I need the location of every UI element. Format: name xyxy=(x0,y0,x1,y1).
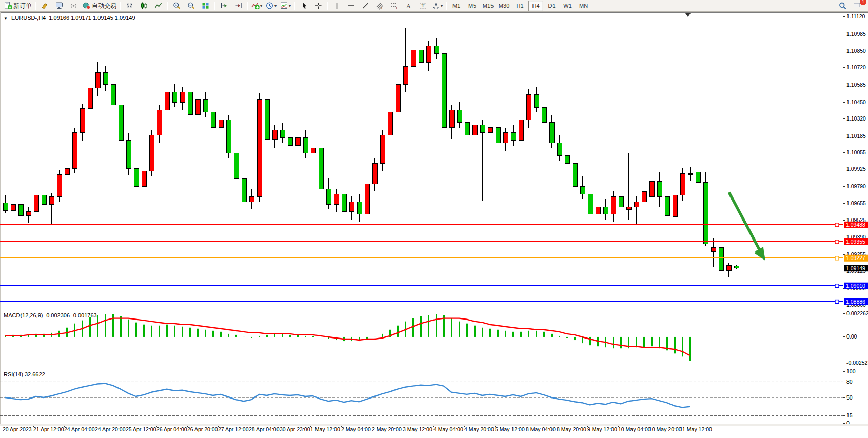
macd-bar xyxy=(105,314,106,336)
candle-body xyxy=(534,94,539,107)
text-button[interactable]: A xyxy=(401,0,416,12)
candle-body xyxy=(596,207,600,214)
fibo-button[interactable]: F xyxy=(387,0,401,12)
candle-body xyxy=(311,148,315,153)
macd-bar xyxy=(112,314,114,336)
chart-window[interactable]: 1.111201.109851.108501.107201.105851.104… xyxy=(0,12,868,438)
ohlc-values: 1.09166 1.09171 1.09145 1.09149 xyxy=(49,15,135,21)
candle-body xyxy=(211,112,215,128)
macd-bar xyxy=(382,334,383,337)
vline-button[interactable] xyxy=(329,0,344,12)
macd-bar xyxy=(120,316,122,337)
timeframe-button-w1[interactable]: W1 xyxy=(560,1,575,11)
candle-body xyxy=(549,123,554,143)
macd-bar xyxy=(374,337,376,337)
macd-bar xyxy=(659,337,660,348)
collapse-triangle-icon[interactable]: ▼ xyxy=(4,16,8,21)
macd-bar xyxy=(228,334,229,337)
search-icon xyxy=(838,2,847,10)
search-button[interactable] xyxy=(835,0,850,12)
hline-button[interactable] xyxy=(344,0,358,12)
signal-button[interactable] xyxy=(66,0,81,12)
candle-body xyxy=(365,184,369,214)
chart-shift-button[interactable] xyxy=(231,0,245,12)
timeframe-button-m5[interactable]: M5 xyxy=(465,1,480,11)
macd-bar xyxy=(174,326,175,337)
linechart-icon xyxy=(154,2,163,10)
timeframe-button-m30[interactable]: M30 xyxy=(497,1,511,11)
timeframe-button-h1[interactable]: H1 xyxy=(512,1,527,11)
macd-bar xyxy=(305,336,306,337)
notifications-button[interactable]: 1 xyxy=(850,0,864,12)
new-order-button[interactable]: 新订单 xyxy=(2,0,33,12)
zoom-in-button[interactable] xyxy=(169,0,184,12)
notification-badge: 1 xyxy=(860,0,866,5)
svg-text:1.09149: 1.09149 xyxy=(846,265,865,271)
candle-body xyxy=(242,178,246,202)
timeframe-button-m15[interactable]: M15 xyxy=(481,1,496,11)
candle-body xyxy=(165,92,169,110)
date-label: 11 May 12:00 xyxy=(680,426,712,432)
macd-bar xyxy=(212,331,214,337)
hline-handle[interactable] xyxy=(835,240,839,244)
macd-bar xyxy=(682,337,683,356)
vline-icon xyxy=(332,2,341,10)
cursor-icon xyxy=(300,2,308,10)
macd-bar xyxy=(266,335,268,337)
date-label: 9 May 12:00 xyxy=(587,426,617,432)
templates-button[interactable]: ▾ xyxy=(278,0,292,12)
macd-bar xyxy=(151,326,152,337)
svg-text:E: E xyxy=(381,6,384,10)
bar-chart-button[interactable] xyxy=(122,0,136,12)
zoom-out-button[interactable] xyxy=(184,0,198,12)
toolbar: 新订单自动交易▾▾▾EFAT▾M1M5M15M30H1H4D1W1MN1 xyxy=(0,0,868,12)
candle-body xyxy=(249,196,254,202)
svg-text:-0.002523: -0.002523 xyxy=(846,360,868,366)
chart-canvas[interactable]: 1.111201.109851.108501.107201.105851.104… xyxy=(0,12,868,438)
cursor-button[interactable] xyxy=(297,0,311,12)
svg-text:1.09655: 1.09655 xyxy=(846,200,866,206)
macd-bar xyxy=(613,337,614,348)
channel-button[interactable]: E xyxy=(372,0,387,12)
candle-body xyxy=(380,135,385,164)
macd-bar xyxy=(589,337,591,345)
hline-handle[interactable] xyxy=(835,284,839,288)
toolbar-separator xyxy=(214,2,215,10)
candle-body xyxy=(457,110,462,123)
svg-text:T: T xyxy=(421,3,424,8)
trendline-icon xyxy=(361,2,370,10)
candle-body xyxy=(195,99,200,115)
macd-bar xyxy=(159,326,160,337)
toolbar-separator xyxy=(120,2,121,10)
label-button[interactable]: T xyxy=(416,0,430,12)
candle-body xyxy=(673,195,677,217)
timeframe-button-d1[interactable]: D1 xyxy=(544,1,559,11)
hline-handle[interactable] xyxy=(835,300,839,304)
candle-body xyxy=(142,171,146,186)
indicators-button[interactable]: ▾ xyxy=(249,0,264,12)
terminal-button[interactable] xyxy=(52,0,66,12)
timeframe-button-mn[interactable]: MN xyxy=(576,1,591,11)
tile-windows-button[interactable] xyxy=(198,0,212,12)
svg-text:1.10185: 1.10185 xyxy=(846,133,866,139)
macd-bar xyxy=(320,337,322,337)
auto-scroll-button[interactable] xyxy=(216,0,231,12)
timeframe-button-m1[interactable]: M1 xyxy=(449,1,464,11)
candle-body xyxy=(95,73,100,88)
macd-indicator-label: MACD(12,26,9) -0.002306 -0.001763 xyxy=(4,312,97,318)
macd-bar xyxy=(451,318,452,337)
shapes-button[interactable]: ▾ xyxy=(430,0,444,12)
autotrading-button[interactable]: 自动交易 xyxy=(81,0,118,12)
line-chart-button[interactable] xyxy=(151,0,165,12)
trendline-button[interactable] xyxy=(358,0,372,12)
macd-bar xyxy=(259,336,260,337)
candle-chart-button[interactable] xyxy=(136,0,151,12)
hline-handle[interactable] xyxy=(835,223,839,227)
periods-button[interactable]: ▾ xyxy=(264,0,278,12)
highlighter-button[interactable] xyxy=(37,0,52,12)
candle-body xyxy=(326,189,331,204)
timeframe-button-h4[interactable]: H4 xyxy=(528,1,543,11)
crosshair-button[interactable] xyxy=(311,0,325,12)
hline-handle[interactable] xyxy=(835,256,839,260)
macd-bar xyxy=(189,328,191,337)
